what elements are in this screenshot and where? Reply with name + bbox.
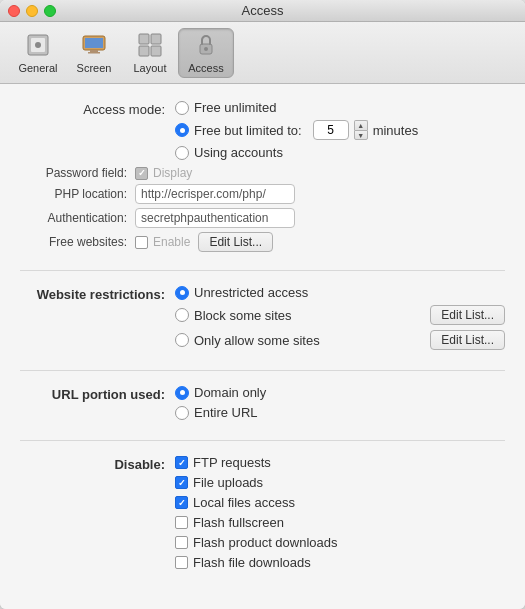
general-label: General [18,62,57,74]
website-restrictions-controls: Unrestricted access Block some sites Edi… [175,285,505,350]
radio-row-block-some[interactable]: Block some sites [175,308,292,323]
password-display-label: Display [153,166,192,180]
url-portion-row: URL portion used: Domain only Entire URL [20,385,505,420]
close-button[interactable] [8,5,20,17]
disable-flash-product-label: Flash product downloads [193,535,338,550]
window-title: Access [242,3,284,18]
svg-rect-10 [151,46,161,56]
website-restrictions-label: Website restrictions: [20,285,175,302]
disable-row: Disable: FTP requests File uploads Local… [20,455,505,570]
radio-entire-url[interactable] [175,406,189,420]
main-window: Access General Screen [0,0,525,609]
screen-label: Screen [77,62,112,74]
disable-local-files-row: Local files access [175,495,505,510]
disable-local-files-checkbox[interactable] [175,496,188,509]
radio-domain-only[interactable] [175,386,189,400]
disable-ftp-checkbox[interactable] [175,456,188,469]
disable-controls: FTP requests File uploads Local files ac… [175,455,505,570]
authentication-row: Authentication: [20,208,505,228]
radio-row-using-accounts[interactable]: Using accounts [175,145,505,160]
only-allow-edit-button[interactable]: Edit List... [430,330,505,350]
stepper-down[interactable]: ▼ [354,130,368,140]
php-location-row: PHP location: [20,184,505,204]
radio-only-allow[interactable] [175,333,189,347]
maximize-button[interactable] [44,5,56,17]
radio-only-allow-label: Only allow some sites [194,333,320,348]
radio-row-unrestricted[interactable]: Unrestricted access [175,285,505,300]
minutes-label: minutes [373,123,419,138]
disable-label: Disable: [20,455,175,472]
php-location-label: PHP location: [35,187,135,201]
radio-unrestricted-label: Unrestricted access [194,285,308,300]
radio-entire-url-label: Entire URL [194,405,258,420]
password-field-row: Password field: Display [20,166,505,180]
radio-free-unlimited-label: Free unlimited [194,100,276,115]
access-mode-section: Access mode: Free unlimited Free but lim… [20,100,505,271]
toolbar: General Screen [0,22,525,84]
toolbar-item-general[interactable]: General [10,28,66,78]
stepper-up[interactable]: ▲ [354,120,368,130]
disable-file-uploads-label: File uploads [193,475,263,490]
window-controls [8,5,56,17]
radio-row-only-allow[interactable]: Only allow some sites [175,333,320,348]
php-location-input[interactable] [135,184,295,204]
block-some-edit-button[interactable]: Edit List... [430,305,505,325]
free-websites-row: Free websites: Enable Edit List... [20,232,505,252]
website-restrictions-section: Website restrictions: Unrestricted acces… [20,285,505,371]
authentication-label: Authentication: [35,211,135,225]
radio-free-limited-label: Free but limited to: [194,123,302,138]
minimize-button[interactable] [26,5,38,17]
access-mode-controls: Free unlimited Free but limited to: ▲ ▼ [175,100,505,160]
radio-using-accounts-label: Using accounts [194,145,283,160]
radio-block-some[interactable] [175,308,189,322]
radio-row-free-unlimited[interactable]: Free unlimited [175,100,505,115]
radio-unrestricted[interactable] [175,286,189,300]
disable-local-files-label: Local files access [193,495,295,510]
authentication-input[interactable] [135,208,295,228]
url-portion-section: URL portion used: Domain only Entire URL [20,385,505,441]
disable-flash-fullscreen-row: Flash fullscreen [175,515,505,530]
access-label: Access [188,62,223,74]
disable-ftp-row: FTP requests [175,455,505,470]
disable-section: Disable: FTP requests File uploads Local… [20,455,505,590]
url-portion-controls: Domain only Entire URL [175,385,505,420]
only-allow-row: Only allow some sites Edit List... [175,330,505,350]
toolbar-item-access[interactable]: Access [178,28,234,78]
minutes-stepper: ▲ ▼ [354,120,368,140]
svg-point-2 [35,42,41,48]
disable-ftp-label: FTP requests [193,455,271,470]
screen-icon [80,31,108,59]
minutes-input[interactable] [313,120,349,140]
disable-file-uploads-row: File uploads [175,475,505,490]
disable-flash-fullscreen-checkbox[interactable] [175,516,188,529]
disable-flash-file-row: Flash file downloads [175,555,505,570]
svg-rect-8 [151,34,161,44]
block-some-row: Block some sites Edit List... [175,305,505,325]
access-mode-label: Access mode: [20,100,175,117]
radio-row-domain-only[interactable]: Domain only [175,385,505,400]
free-websites-edit-button[interactable]: Edit List... [198,232,273,252]
radio-row-free-limited[interactable]: Free but limited to: ▲ ▼ minutes [175,120,505,140]
website-restrictions-row: Website restrictions: Unrestricted acces… [20,285,505,350]
toolbar-item-layout[interactable]: Layout [122,28,178,78]
svg-rect-7 [139,34,149,44]
password-field-label: Password field: [35,166,135,180]
password-display-checkbox[interactable] [135,167,148,180]
radio-using-accounts[interactable] [175,146,189,160]
radio-free-limited[interactable] [175,123,189,137]
free-websites-label: Free websites: [35,235,135,249]
access-mode-row: Access mode: Free unlimited Free but lim… [20,100,505,160]
title-bar: Access [0,0,525,22]
radio-block-some-label: Block some sites [194,308,292,323]
layout-label: Layout [133,62,166,74]
disable-file-uploads-checkbox[interactable] [175,476,188,489]
radio-free-unlimited[interactable] [175,101,189,115]
toolbar-item-screen[interactable]: Screen [66,28,122,78]
radio-row-entire-url[interactable]: Entire URL [175,405,505,420]
disable-flash-product-checkbox[interactable] [175,536,188,549]
svg-rect-4 [85,38,103,48]
free-websites-checkbox[interactable] [135,236,148,249]
free-websites-checkbox-row: Enable [135,235,190,249]
free-websites-enable-label: Enable [153,235,190,249]
disable-flash-file-checkbox[interactable] [175,556,188,569]
